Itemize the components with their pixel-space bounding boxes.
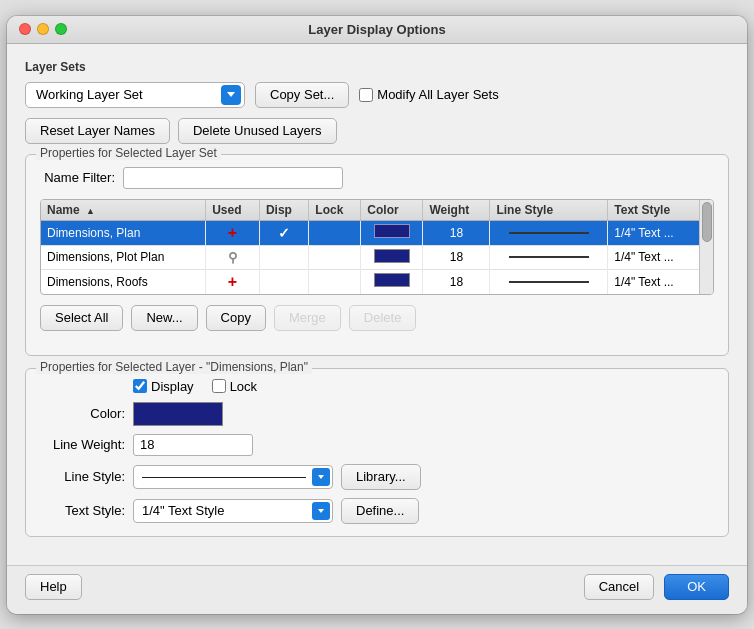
col-lock[interactable]: Lock: [309, 200, 361, 221]
footer: Help Cancel OK: [7, 565, 747, 614]
line-weight-label: Line Weight:: [40, 437, 125, 452]
layer-set-dropdown-container: Working Layer Set: [25, 82, 245, 108]
properties-set-group-label: Properties for Selected Layer Set: [36, 146, 221, 160]
traffic-lights: [19, 23, 67, 35]
table-row[interactable]: Dimensions, Roofs+181/4" Text ...: [41, 269, 699, 294]
col-name[interactable]: Name ▲: [41, 200, 206, 221]
table-row[interactable]: Dimensions, Plan+✓181/4" Text ...: [41, 220, 699, 245]
properties-selected-layer-section: Properties for Selected Layer - "Dimensi…: [25, 368, 729, 537]
layer-sets-row: Working Layer Set Copy Set... Modify All…: [25, 82, 729, 108]
properties-selected-set-group: Properties for Selected Layer Set Name F…: [25, 154, 729, 356]
cell-text-style: 1/4" Text ...: [608, 220, 699, 245]
modify-all-checkbox[interactable]: [359, 88, 373, 102]
select-all-button[interactable]: Select All: [40, 305, 123, 331]
cell-lock: [309, 245, 361, 269]
copy-set-button[interactable]: Copy Set...: [255, 82, 349, 108]
display-checkbox[interactable]: [133, 379, 147, 393]
cell-color: [361, 220, 423, 245]
plus-icon: +: [228, 224, 237, 241]
table-row[interactable]: Dimensions, Plot Plan⚲181/4" Text ...: [41, 245, 699, 269]
cell-weight: 18: [423, 245, 490, 269]
cell-disp: ✓: [259, 220, 308, 245]
cell-name: Dimensions, Plot Plan: [41, 245, 206, 269]
name-filter-row: Name Filter:: [40, 167, 714, 189]
help-button[interactable]: Help: [25, 574, 82, 600]
copy-button[interactable]: Copy: [206, 305, 266, 331]
cell-color: [361, 245, 423, 269]
library-button[interactable]: Library...: [341, 464, 421, 490]
cell-text-style: 1/4" Text ...: [608, 245, 699, 269]
cell-disp: [259, 245, 308, 269]
col-weight[interactable]: Weight: [423, 200, 490, 221]
cell-text-style: 1/4" Text ...: [608, 269, 699, 294]
line-weight-row: Line Weight:: [40, 434, 714, 456]
main-window: Layer Display Options Layer Sets Working…: [7, 16, 747, 614]
layer-set-dropdown[interactable]: Working Layer Set: [25, 82, 245, 108]
properties-selected-layer-title: Properties for Selected Layer - "Dimensi…: [36, 360, 312, 374]
reset-layer-names-button[interactable]: Reset Layer Names: [25, 118, 170, 144]
define-button[interactable]: Define...: [341, 498, 419, 524]
plus-icon: +: [228, 273, 237, 290]
cell-used: ⚲: [206, 245, 260, 269]
delete-button[interactable]: Delete: [349, 305, 417, 331]
text-style-dropdown-container: 1/4" Text Style 1/8" Text Style: [133, 499, 333, 523]
cell-lock: [309, 220, 361, 245]
minimize-button[interactable]: [37, 23, 49, 35]
col-text-style[interactable]: Text Style: [608, 200, 699, 221]
content-area: Layer Sets Working Layer Set Copy Set...…: [7, 44, 747, 565]
table-action-buttons: Select All New... Copy Merge Delete: [40, 305, 714, 331]
line-style-preview: [509, 256, 589, 258]
cell-color: [361, 269, 423, 294]
display-checkbox-label[interactable]: Display: [133, 379, 194, 394]
cell-disp: [259, 269, 308, 294]
scrollbar-track[interactable]: [699, 200, 713, 294]
line-style-row: Line Style: —————————————— Dashed Dotted…: [40, 464, 714, 490]
cell-line-style: [490, 269, 608, 294]
cell-lock: [309, 269, 361, 294]
color-swatch: [374, 224, 410, 238]
line-style-dropdown-container: —————————————— Dashed Dotted: [133, 465, 333, 489]
ok-button[interactable]: OK: [664, 574, 729, 600]
color-swatch-button[interactable]: [133, 402, 223, 426]
modify-all-label[interactable]: Modify All Layer Sets: [359, 87, 498, 102]
table-scroll[interactable]: Name ▲ Used Disp Lock Color Weight Line …: [41, 200, 699, 294]
name-filter-input[interactable]: [123, 167, 343, 189]
layer-sets-label: Layer Sets: [25, 60, 729, 74]
cell-line-style: [490, 220, 608, 245]
name-filter-label: Name Filter:: [40, 170, 115, 185]
col-disp[interactable]: Disp: [259, 200, 308, 221]
cell-name: Dimensions, Plan: [41, 220, 206, 245]
titlebar: Layer Display Options: [7, 16, 747, 44]
display-lock-row: Display Lock: [40, 379, 714, 394]
zoom-button[interactable]: [55, 23, 67, 35]
col-used[interactable]: Used: [206, 200, 260, 221]
pin-icon: ⚲: [228, 250, 238, 265]
cell-weight: 18: [423, 220, 490, 245]
table-with-scrollbar: Name ▲ Used Disp Lock Color Weight Line …: [41, 200, 713, 294]
scrollbar-thumb[interactable]: [702, 202, 712, 242]
lock-checkbox-label[interactable]: Lock: [212, 379, 257, 394]
color-swatch: [374, 249, 410, 263]
cancel-button[interactable]: Cancel: [584, 574, 654, 600]
check-icon: ✓: [278, 225, 290, 241]
text-style-dropdown[interactable]: 1/4" Text Style 1/8" Text Style: [133, 499, 333, 523]
line-weight-input[interactable]: [133, 434, 253, 456]
line-style-label: Line Style:: [40, 469, 125, 484]
col-line-style[interactable]: Line Style: [490, 200, 608, 221]
lock-checkbox[interactable]: [212, 379, 226, 393]
text-style-label: Text Style:: [40, 503, 125, 518]
close-button[interactable]: [19, 23, 31, 35]
cell-line-style: [490, 245, 608, 269]
col-color[interactable]: Color: [361, 200, 423, 221]
cell-used: +: [206, 269, 260, 294]
cell-used: +: [206, 220, 260, 245]
line-style-dropdown[interactable]: —————————————— Dashed Dotted: [133, 465, 333, 489]
delete-unused-layers-button[interactable]: Delete Unused Layers: [178, 118, 337, 144]
layers-table-wrapper: Name ▲ Used Disp Lock Color Weight Line …: [40, 199, 714, 295]
footer-right: Cancel OK: [584, 574, 729, 600]
merge-button[interactable]: Merge: [274, 305, 341, 331]
cell-name: Dimensions, Roofs: [41, 269, 206, 294]
layers-table: Name ▲ Used Disp Lock Color Weight Line …: [41, 200, 699, 294]
new-button[interactable]: New...: [131, 305, 197, 331]
line-style-preview: [509, 232, 589, 234]
